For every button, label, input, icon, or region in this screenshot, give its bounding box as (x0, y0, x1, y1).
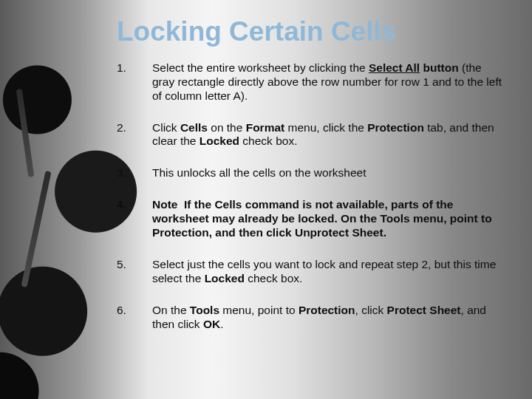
step-text: Click Cells on the Format menu, click th… (152, 121, 502, 149)
step-text: Select just the cells you want to lock a… (152, 258, 502, 286)
step-text: This unlocks all the cells on the worksh… (152, 166, 502, 180)
step-5: 5. Select just the cells you want to loc… (117, 258, 502, 286)
steps-list: 1. Select the entire worksheet by clicki… (117, 61, 502, 332)
step-text: Select the entire worksheet by clicking … (152, 61, 502, 103)
step-number: 3. (117, 166, 133, 180)
step-text: Note If the Cells command is not availab… (152, 198, 502, 240)
step-text: On the Tools menu, point to Protection, … (152, 304, 502, 332)
step-1: 1. Select the entire worksheet by clicki… (117, 61, 502, 103)
step-number: 6. (117, 304, 133, 332)
step-6: 6. On the Tools menu, point to Protectio… (117, 304, 502, 332)
step-2: 2. Click Cells on the Format menu, click… (117, 121, 502, 149)
step-3: 3. This unlocks all the cells on the wor… (117, 166, 502, 180)
step-number: 1. (117, 61, 133, 103)
step-number: 2. (117, 121, 133, 149)
step-number: 4. (117, 198, 133, 240)
slide-content: Locking Certain Cells 1. Select the enti… (0, 0, 532, 399)
slide-title: Locking Certain Cells (117, 18, 502, 47)
step-number: 5. (117, 258, 133, 286)
step-4: 4. Note If the Cells command is not avai… (117, 198, 502, 240)
